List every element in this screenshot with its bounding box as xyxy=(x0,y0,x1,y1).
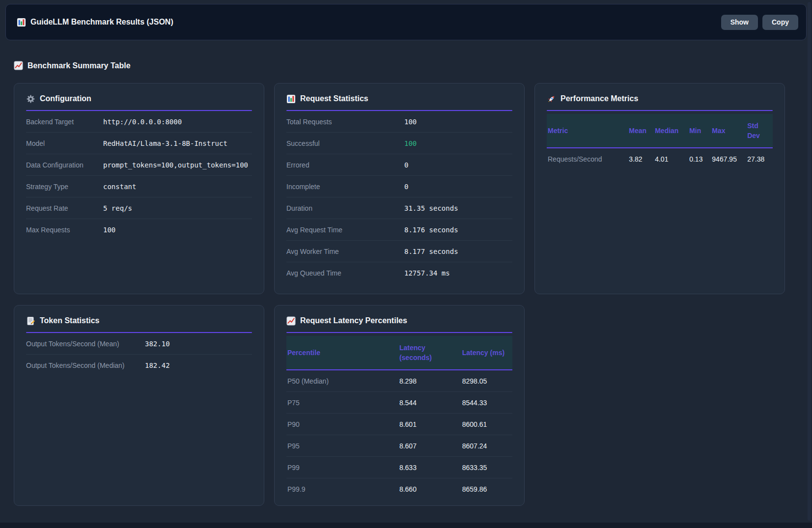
copy-button[interactable]: Copy xyxy=(762,15,798,30)
column-header: Min xyxy=(688,122,711,139)
stat-row-label: Duration xyxy=(286,204,404,212)
latency-ms: 8659.86 xyxy=(461,485,512,493)
column-header: Median xyxy=(654,122,688,139)
percentile-label: P99 xyxy=(286,464,398,472)
section-title-text: Benchmark Summary Table xyxy=(28,61,131,70)
table-row: P95 8.607 8607.24 xyxy=(286,435,512,457)
config-row-value: RedHatAI/Llama-3.1-8B-Instruct xyxy=(103,139,227,147)
percentile-label: P99.9 xyxy=(286,485,398,493)
column-header: Max xyxy=(711,122,746,139)
stat-row-label: Avg Worker Time xyxy=(286,248,404,255)
table-body: P50 (Median) 8.298 8298.05 P75 8.544 854… xyxy=(286,370,512,500)
config-row-label: Request Rate xyxy=(26,204,103,212)
column-header: Latency (seconds) xyxy=(398,339,461,367)
latency-seconds: 8.607 xyxy=(398,442,461,450)
token-stat-value: 182.42 xyxy=(145,361,170,369)
table-row: Requests/Second 3.82 4.01 0.13 9467.95 2… xyxy=(547,148,773,170)
performance-metrics-card: Performance Metrics Metric Mean Median M… xyxy=(534,83,785,294)
column-header: Metric xyxy=(547,122,628,139)
accent-divider xyxy=(547,110,773,111)
latency-percentiles-card-title: Request Latency Percentiles xyxy=(286,315,512,326)
latency-seconds: 8.601 xyxy=(398,420,461,428)
config-row-value: prompt_tokens=100,output_tokens=100 xyxy=(103,161,248,169)
column-header: Std Dev xyxy=(746,117,773,145)
percentile-label: P90 xyxy=(286,420,398,428)
cards-row-1: Configuration Backend Target http://0.0.… xyxy=(14,83,798,294)
header-bar: GuideLLM Benchmark Results (JSON) Show C… xyxy=(5,4,807,40)
metric-mean: 3.82 xyxy=(628,155,654,163)
config-row: Data Configuration prompt_tokens=100,out… xyxy=(26,154,252,176)
config-row-value: 100 xyxy=(103,226,115,234)
stat-row-label: Incomplete xyxy=(286,183,404,191)
config-row: Model RedHatAI/Llama-3.1-8B-Instruct xyxy=(26,133,252,154)
stat-row: Avg Worker Time 8.177 seconds xyxy=(286,241,512,262)
column-header: Latency (ms) xyxy=(461,344,512,361)
stat-row: Duration 31.35 seconds xyxy=(286,197,512,219)
performance-metrics-table: Metric Mean Median Min Max Std Dev Reque… xyxy=(547,114,773,170)
latency-seconds: 8.298 xyxy=(398,377,461,385)
stat-row-label: Avg Queued Time xyxy=(286,269,404,277)
config-row-label: Backend Target xyxy=(26,118,103,126)
token-stat-value: 382.10 xyxy=(145,340,170,348)
accent-divider xyxy=(286,332,512,333)
config-row-value: 5 req/s xyxy=(103,204,132,212)
gear-icon xyxy=(26,94,35,104)
table-header-row: Metric Mean Median Min Max Std Dev xyxy=(547,114,773,148)
latency-ms: 8633.35 xyxy=(461,464,512,472)
card-title-text: Token Statistics xyxy=(40,316,100,325)
percentile-label: P50 (Median) xyxy=(286,377,398,385)
metric-max: 9467.95 xyxy=(711,155,746,163)
stat-row-value: 8.176 seconds xyxy=(404,226,458,234)
configuration-rows: Backend Target http://0.0.0.0:8000 Model… xyxy=(26,111,252,241)
token-statistics-card-title: Token Statistics xyxy=(26,315,252,326)
table-row: P75 8.544 8544.33 xyxy=(286,392,512,414)
header-actions: Show Copy xyxy=(721,15,798,30)
configuration-card: Configuration Backend Target http://0.0.… xyxy=(14,83,264,294)
token-stat-label: Output Tokens/Second (Mean) xyxy=(26,340,145,348)
cards-row-2: Token Statistics Output Tokens/Second (M… xyxy=(14,305,798,506)
stat-row-value: 0 xyxy=(404,161,408,169)
config-row: Strategy Type constant xyxy=(26,176,252,197)
config-row: Max Requests 100 xyxy=(26,219,252,241)
rocket-icon xyxy=(547,94,556,104)
stat-row-value: 100 xyxy=(404,118,417,126)
bar-chart-icon xyxy=(286,94,296,104)
bar-chart-icon xyxy=(17,18,26,27)
column-header: Mean xyxy=(628,122,654,139)
card-title-text: Request Latency Percentiles xyxy=(300,316,407,325)
token-stat-label: Output Tokens/Second (Median) xyxy=(26,361,145,369)
latency-ms: 8298.05 xyxy=(461,377,512,385)
page-scrollbar[interactable] xyxy=(808,2,811,521)
config-row-label: Max Requests xyxy=(26,226,103,234)
show-button[interactable]: Show xyxy=(721,15,758,30)
table-header-row: Percentile Latency (seconds) Latency (ms… xyxy=(286,336,512,370)
stat-row-value: 12757.34 ms xyxy=(404,269,450,277)
token-stat-row: Output Tokens/Second (Mean) 382.10 xyxy=(26,333,252,355)
percentile-label: P75 xyxy=(286,399,398,407)
memo-icon xyxy=(26,316,35,326)
card-title-text: Request Statistics xyxy=(300,94,368,103)
config-row: Backend Target http://0.0.0.0:8000 xyxy=(26,111,252,133)
token-statistics-card: Token Statistics Output Tokens/Second (M… xyxy=(14,305,264,506)
config-row-label: Model xyxy=(26,139,103,147)
chart-increasing-icon xyxy=(14,61,23,70)
latency-ms: 8600.61 xyxy=(461,420,512,428)
stat-row: Successful 100 xyxy=(286,133,512,154)
table-row: P90 8.601 8600.61 xyxy=(286,414,512,435)
configuration-card-title: Configuration xyxy=(26,93,252,104)
stat-row-label: Successful xyxy=(286,139,404,147)
request-statistics-card-title: Request Statistics xyxy=(286,93,512,104)
latency-ms: 8607.24 xyxy=(461,442,512,450)
request-statistics-rows: Total Requests 100 Successful 100 Errore… xyxy=(286,111,512,284)
stat-row-label: Total Requests xyxy=(286,118,404,126)
stat-row-label: Errored xyxy=(286,161,404,169)
latency-seconds: 8.660 xyxy=(398,485,461,493)
stat-row: Avg Request Time 8.176 seconds xyxy=(286,219,512,241)
latency-ms: 8544.33 xyxy=(461,399,512,407)
stat-row-value-success: 100 xyxy=(404,139,417,147)
stat-row: Incomplete 0 xyxy=(286,176,512,197)
table-body: Requests/Second 3.82 4.01 0.13 9467.95 2… xyxy=(547,148,773,170)
table-row: P99.9 8.660 8659.86 xyxy=(286,478,512,500)
stat-row: Total Requests 100 xyxy=(286,111,512,133)
latency-percentiles-card: Request Latency Percentiles Percentile L… xyxy=(274,305,525,506)
